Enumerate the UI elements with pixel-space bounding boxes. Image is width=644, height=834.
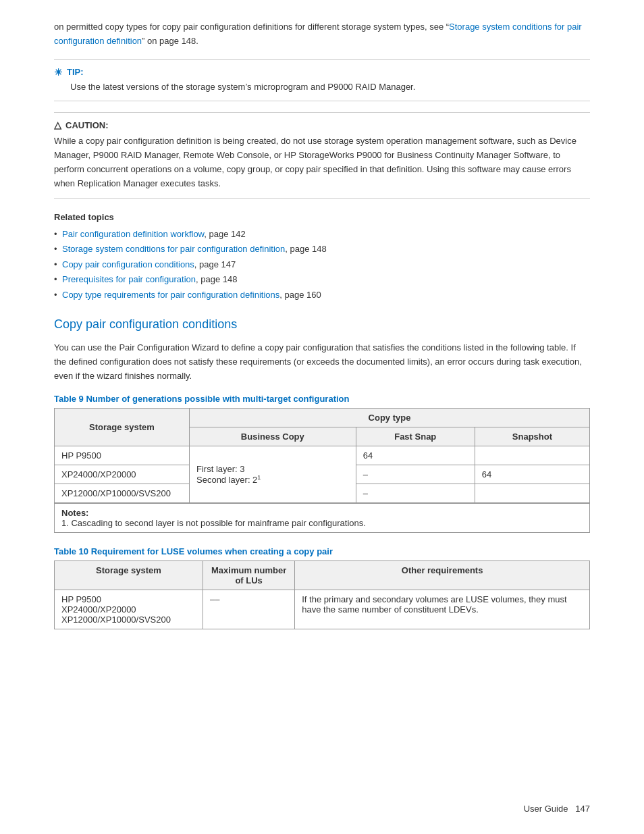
related-topics-section: Related topics Pair configuration defini… [54, 212, 590, 302]
body-text: You can use the Pair Configuration Wizar… [54, 341, 590, 383]
table1-row2-snapshot: 64 [475, 465, 589, 484]
table1-row2-storage: XP24000/XP20000 [55, 465, 190, 484]
related-link-1[interactable]: Pair configuration definition workflow [62, 229, 204, 239]
table1-note1-text: Cascading to second layer is not possibl… [71, 518, 365, 528]
table2-header-other: Other requirements [295, 561, 590, 590]
caution-box: △ CAUTION: While a copy pair configurati… [54, 112, 590, 198]
related-link-3[interactable]: Copy pair configuration conditions [62, 259, 194, 269]
list-item: Storage system conditions for pair confi… [54, 242, 590, 256]
table2-row1-max-lus: –– [203, 590, 295, 629]
intro-paragraph: on permitted copy types for copy pair co… [54, 20, 590, 49]
page-content: on permitted copy types for copy pair co… [0, 0, 644, 834]
related-suffix-5: , page 160 [279, 290, 321, 300]
list-item: Copy type requirements for pair configur… [54, 288, 590, 302]
table1-caption: Table 9 Number of generations possible w… [54, 394, 590, 404]
table1-business-copy-shared: First layer: 3Second layer: 21 [190, 446, 356, 504]
table2-header-storage: Storage system [55, 561, 203, 590]
caution-content: While a copy pair configuration definiti… [54, 134, 590, 190]
related-suffix-2: , page 148 [285, 244, 326, 254]
intro-text-after: ” on page 148. [142, 36, 198, 46]
table1-row3-storage: XP12000/XP10000/SVS200 [55, 484, 190, 504]
intro-text-before: on permitted copy types for copy pair co… [54, 22, 449, 32]
table1: Storage system Copy type Business Copy F… [54, 408, 590, 533]
footer-page: 147 [575, 804, 590, 814]
tip-label: TIP: [67, 67, 84, 77]
table1-note1-number: 1. [61, 518, 69, 528]
table1-row1-storage: HP P9500 [55, 446, 190, 465]
table1-row3-fast-snap: – [356, 484, 475, 504]
table1-sub-fast-snap: Fast Snap [356, 427, 475, 446]
table1-notes-cell: Notes: 1. Cascading to second layer is n… [55, 503, 590, 533]
related-link-4[interactable]: Prerequisites for pair configuration [62, 274, 196, 284]
related-topics-list: Pair configuration definition workflow, … [54, 228, 590, 302]
table2: Storage system Maximum number of LUs Oth… [54, 561, 590, 629]
table2-header-max-lus: Maximum number of LUs [203, 561, 295, 590]
table1-col-copy-type: Copy type [190, 409, 590, 427]
table1-sub-business-copy: Business Copy [190, 427, 356, 446]
table1-notes-label: Notes: [61, 508, 88, 518]
tip-box: ☀ TIP: Use the latest versions of the st… [54, 59, 590, 102]
related-suffix-4: , page 148 [196, 274, 237, 284]
related-link-2[interactable]: Storage system conditions for pair confi… [62, 244, 285, 254]
list-item: Pair configuration definition workflow, … [54, 228, 590, 241]
table2-row1-other: If the primary and secondary volumes are… [295, 590, 590, 629]
table-row: HP P9500XP24000/XP20000XP12000/XP10000/S… [55, 590, 590, 629]
tip-content: Use the latest versions of the storage s… [54, 80, 590, 95]
tip-icon: ☀ [54, 67, 63, 78]
table1-sub-snapshot: Snapshot [475, 427, 589, 446]
table1-notes-row: Notes: 1. Cascading to second layer is n… [55, 503, 590, 533]
table1-col-storage: Storage system [55, 409, 190, 446]
related-topics-title: Related topics [54, 212, 590, 222]
page-footer: User Guide 147 [524, 804, 590, 814]
related-suffix-1: , page 142 [204, 229, 245, 239]
list-item: Copy pair configuration conditions, page… [54, 258, 590, 271]
table1-row1-fast-snap: 64 [356, 446, 475, 465]
table-row: HP P9500 First layer: 3Second layer: 21 … [55, 446, 590, 465]
table2-row1-storage: HP P9500XP24000/XP20000XP12000/XP10000/S… [55, 590, 203, 629]
section-heading: Copy pair configuration conditions [54, 317, 590, 332]
table1-row1-snapshot [475, 446, 589, 465]
related-link-5[interactable]: Copy type requirements for pair configur… [62, 290, 279, 300]
footer-label: User Guide [524, 804, 568, 814]
caution-label: CAUTION: [65, 120, 109, 130]
table2-caption: Table 10 Requirement for LUSE volumes wh… [54, 546, 590, 556]
caution-header: △ CAUTION: [54, 120, 590, 130]
table1-row2-fast-snap: – [356, 465, 475, 484]
related-suffix-3: , page 147 [194, 259, 236, 269]
table1-row3-snapshot [475, 484, 589, 504]
caution-icon: △ [54, 120, 61, 130]
tip-header: ☀ TIP: [54, 67, 590, 78]
list-item: Prerequisites for pair configuration, pa… [54, 273, 590, 286]
